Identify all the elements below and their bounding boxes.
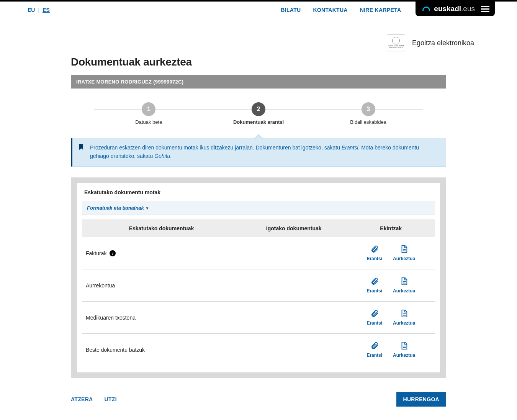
presented-label: Aurkeztua — [393, 320, 415, 326]
presented-button[interactable]: Aurkeztua — [393, 277, 415, 294]
table-row: FakturakiErantsiAurkeztua — [82, 237, 435, 269]
nav-links: BILATU KONTAKTUA NIRE KARPETA — [281, 2, 401, 13]
step-pointer-icon — [254, 134, 263, 139]
back-button[interactable]: ATZERA — [71, 396, 93, 402]
formats-toggle[interactable]: Formatuak eta tamainak ▼ — [82, 201, 435, 215]
footer-left: ATZERA UTZI — [71, 396, 117, 402]
step-2: 2 Dokumentuak erantsi — [204, 102, 314, 125]
main-container: Dokumentuak aurkeztea IRATXE MORENO RODR… — [71, 56, 446, 420]
next-button[interactable]: HURRENGOA — [396, 392, 446, 407]
presented-button[interactable]: Aurkeztua — [393, 245, 415, 261]
page-title: Dokumentuak aurkeztea — [71, 56, 446, 68]
uploaded-cell — [241, 302, 347, 334]
info-text-3: . — [170, 153, 172, 159]
bookmark-icon — [79, 144, 84, 153]
attach-button[interactable]: Erantsi — [366, 341, 382, 358]
step-1-dot: 1 — [142, 102, 155, 116]
hamburger-icon[interactable] — [481, 6, 489, 12]
document-icon — [400, 309, 408, 319]
euskadi-badge[interactable]: euskadi.eus — [416, 2, 495, 16]
lang-eu[interactable]: EU — [28, 7, 35, 13]
footer-actions: ATZERA UTZI HURRENGOA — [71, 392, 446, 407]
paperclip-icon — [370, 341, 379, 351]
step-indicator: 1 Datuak bete 2 Dokumentuak erantsi 3 Bi… — [94, 102, 423, 125]
doc-name: Fakturak — [86, 250, 106, 256]
document-icon — [400, 277, 408, 287]
language-switch: EU | ES — [28, 2, 50, 13]
gov-emblem: EUSKO JAURLARITZA GOBIERNO VASCO — [387, 34, 405, 51]
col-actions: Ekintzak — [347, 220, 435, 237]
brand-text: euskadi.eus — [434, 5, 475, 13]
table-row: Beste dokumentu batzukErantsiAurkeztua — [82, 334, 435, 366]
lang-separator: | — [38, 7, 39, 13]
attach-label: Erantsi — [366, 320, 382, 326]
doc-name: Aurrekontua — [86, 282, 115, 289]
cancel-button[interactable]: UTZI — [105, 396, 117, 402]
info-icon[interactable]: i — [110, 250, 116, 256]
header: EU | ES BILATU KONTAKTUA NIRE KARPETA eu… — [0, 2, 517, 16]
step-1: 1 Datuak bete — [94, 102, 204, 125]
presented-button[interactable]: Aurkeztua — [393, 341, 415, 358]
info-box: Prozeduran eskatzen diren dokumentu mota… — [71, 138, 446, 167]
nav-search[interactable]: BILATU — [281, 7, 301, 13]
user-bar: IRATXE MORENO RODRIGUEZ (99999972C) — [71, 75, 446, 89]
presented-button[interactable]: Aurkeztua — [393, 309, 415, 326]
header-right: BILATU KONTAKTUA NIRE KARPETA euskadi.eu… — [281, 2, 495, 16]
nav-contact[interactable]: KONTAKTUA — [313, 7, 347, 13]
attach-button[interactable]: Erantsi — [366, 309, 382, 326]
step-3-dot: 3 — [362, 102, 375, 116]
uploaded-cell — [241, 237, 347, 269]
doc-name: Beste dokumentu batzuk — [86, 347, 145, 353]
documents-panel-inner: Eskatutako dokumentu motak Formatuak eta… — [76, 183, 441, 373]
paperclip-icon — [370, 277, 379, 287]
info-gehitu: Gehitu — [154, 153, 170, 159]
paperclip-icon — [370, 309, 379, 319]
uploaded-cell — [241, 269, 347, 302]
egoitza-title: Egoitza elektronikoa — [412, 39, 474, 47]
brand-row: EUSKO JAURLARITZA GOBIERNO VASCO Egoitza… — [0, 16, 517, 51]
nav-folder[interactable]: NIRE KARPETA — [360, 7, 401, 13]
documents-panel: Eskatutako dokumentu motak Formatuak eta… — [71, 177, 446, 378]
col-requested: Eskatutako dokumentuak — [82, 220, 241, 237]
presented-label: Aurkeztua — [393, 288, 415, 294]
uploaded-cell — [241, 334, 347, 366]
col-uploaded: Igotako dokumentuak — [241, 220, 347, 237]
step-3: 3 Bidali eskabidea — [313, 102, 423, 125]
step-2-label: Dokumentuak erantsi — [233, 119, 284, 125]
triangle-down-icon: ▼ — [145, 206, 149, 210]
paperclip-icon — [370, 245, 379, 254]
doc-name: Medikuaren txostena — [86, 315, 136, 321]
attach-label: Erantsi — [366, 256, 382, 261]
step-3-label: Bidali eskabidea — [350, 119, 386, 125]
presented-label: Aurkeztua — [393, 353, 415, 358]
document-icon — [400, 341, 408, 351]
document-icon — [400, 245, 408, 254]
panel-title: Eskatutako dokumentu motak — [77, 183, 440, 201]
info-erantsi: Erantsi — [342, 144, 358, 151]
arc-icon — [422, 7, 430, 11]
info-text-1: Prozeduran eskatzen diren dokumentu mota… — [90, 144, 342, 151]
step-1-label: Datuak bete — [135, 119, 162, 125]
step-2-dot: 2 — [252, 102, 265, 116]
table-row: Medikuaren txostenaErantsiAurkeztua — [82, 302, 435, 334]
attach-button[interactable]: Erantsi — [366, 277, 382, 294]
attach-button[interactable]: Erantsi — [366, 245, 382, 261]
table-row: AurrekontuaErantsiAurkeztua — [82, 269, 435, 302]
attach-label: Erantsi — [366, 353, 382, 358]
formats-label: Formatuak eta tamainak — [87, 205, 144, 211]
attach-label: Erantsi — [366, 288, 382, 294]
presented-label: Aurkeztua — [393, 256, 415, 261]
documents-table: Eskatutako dokumentuak Igotako dokumentu… — [82, 220, 435, 366]
lang-es[interactable]: ES — [43, 7, 50, 13]
